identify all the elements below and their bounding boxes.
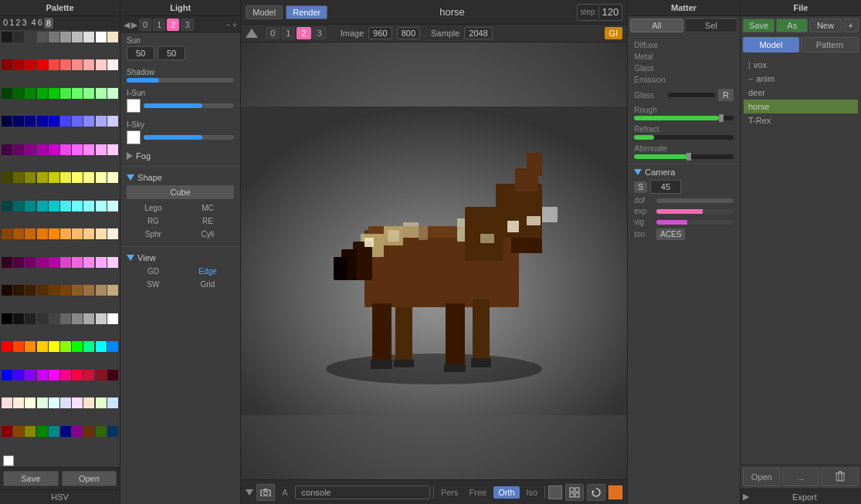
file-item-deer[interactable]: deer (744, 86, 858, 100)
shape-mc[interactable]: MC (181, 202, 235, 214)
color-cell-50[interactable] (2, 172, 12, 183)
color-cell-39[interactable] (107, 116, 118, 127)
color-cell-17[interactable] (83, 59, 94, 70)
color-cell-7[interactable] (83, 32, 94, 42)
color-cell-121[interactable] (13, 370, 24, 381)
file-item-horse[interactable]: horse (744, 100, 858, 113)
color-cell-90[interactable] (2, 285, 12, 296)
color-cell-60[interactable] (2, 201, 12, 211)
color-preview[interactable] (548, 485, 562, 499)
color-cell-28[interactable] (96, 88, 107, 99)
color-cell-47[interactable] (83, 144, 94, 155)
color-cell-124[interactable] (49, 370, 59, 381)
light-frame-3[interactable]: 3 (181, 19, 193, 31)
file-plus-btn[interactable]: + (843, 19, 859, 32)
color-cell-3[interactable] (37, 32, 48, 42)
fog-expand-icon[interactable] (127, 152, 133, 160)
color-cell-31[interactable] (13, 116, 24, 127)
color-cell-20[interactable] (2, 88, 12, 99)
color-cell-143[interactable] (37, 426, 48, 437)
file-as-btn[interactable]: As (776, 19, 808, 32)
color-cell-6[interactable] (72, 32, 83, 42)
color-cell-45[interactable] (60, 144, 71, 155)
color-cell-104[interactable] (49, 313, 59, 324)
orth-btn[interactable]: Orth (493, 486, 519, 499)
color-cell-54[interactable] (49, 172, 59, 183)
color-cell-29[interactable] (107, 88, 118, 99)
view-collapse-icon[interactable] (127, 255, 134, 261)
color-cell-94[interactable] (49, 285, 59, 296)
color-cell-139[interactable] (107, 397, 118, 408)
color-cell-22[interactable] (25, 88, 36, 99)
color-cell-66[interactable] (72, 201, 83, 211)
color-cell-108[interactable] (96, 313, 107, 324)
pers-label[interactable]: Pers (437, 486, 463, 499)
color-cell-92[interactable] (25, 285, 36, 296)
color-cell-13[interactable] (37, 59, 48, 70)
color-cell-80[interactable] (2, 257, 12, 268)
color-cell-75[interactable] (60, 228, 71, 239)
color-cell-36[interactable] (72, 116, 83, 127)
color-cell-78[interactable] (96, 228, 107, 239)
color-cell-111[interactable] (13, 341, 24, 352)
color-cell-71[interactable] (13, 228, 24, 239)
color-cell-87[interactable] (83, 257, 94, 268)
view-sw[interactable]: SW (127, 279, 180, 290)
iso-label[interactable]: Iso (523, 486, 542, 499)
color-cell-14[interactable] (49, 59, 59, 70)
color-cell-64[interactable] (49, 201, 59, 211)
refract-slider[interactable] (634, 135, 734, 140)
color-cell-112[interactable] (25, 341, 36, 352)
light-minus-btn[interactable]: − (225, 20, 230, 29)
export-nav-icon[interactable]: ▶ (743, 492, 749, 502)
color-cell-33[interactable] (37, 116, 48, 127)
color-cell-106[interactable] (72, 313, 83, 324)
shape-collapse-icon[interactable] (127, 174, 134, 181)
color-cell-9[interactable] (107, 32, 118, 42)
light-next-btn[interactable]: ▶ (131, 20, 137, 30)
color-cell-99[interactable] (107, 285, 118, 296)
file-model-tab[interactable]: Model (743, 37, 799, 52)
light-frame-0[interactable]: 0 (139, 19, 151, 31)
isun-color[interactable] (127, 99, 141, 113)
color-cell-103[interactable] (37, 313, 48, 324)
palette-open-button[interactable]: Open (62, 471, 117, 486)
file-item-anim[interactable]: − anim (744, 72, 858, 86)
color-cell-117[interactable] (83, 341, 94, 352)
color-cell-146[interactable] (72, 426, 83, 437)
view-gd[interactable]: GD (127, 266, 180, 277)
color-cell-32[interactable] (25, 116, 36, 127)
color-cell-74[interactable] (49, 228, 59, 239)
color-cell-0[interactable] (2, 32, 12, 42)
light-frame-2[interactable]: 2 (167, 19, 179, 31)
color-cell-61[interactable] (13, 201, 24, 211)
isky-color[interactable] (127, 130, 141, 144)
color-cell-140[interactable] (2, 426, 12, 437)
color-cell-46[interactable] (72, 144, 83, 155)
color-cell-8[interactable] (96, 32, 107, 42)
color-cell-15[interactable] (60, 59, 71, 70)
color-cell-19[interactable] (107, 59, 118, 70)
rough-handle[interactable] (719, 114, 724, 122)
color-cell-76[interactable] (72, 228, 83, 239)
isun-slider[interactable] (144, 103, 234, 108)
color-cell-24[interactable] (49, 88, 59, 99)
file-dots-btn[interactable]: ... (782, 468, 820, 486)
color-cell-107[interactable] (83, 313, 94, 324)
color-cell-73[interactable] (37, 228, 48, 239)
color-cell-37[interactable] (83, 116, 94, 127)
file-pattern-tab[interactable]: Pattern (801, 37, 859, 52)
color-cell-109[interactable] (107, 313, 118, 324)
render-btn[interactable]: Render (286, 5, 327, 19)
frame-btn-0[interactable]: 0 (266, 27, 280, 39)
color-cell-147[interactable] (83, 426, 94, 437)
view-grid[interactable]: Grid (181, 279, 235, 290)
light-prev-btn[interactable]: ◀ (124, 20, 130, 30)
attenuate-slider[interactable] (634, 154, 734, 159)
color-cell-57[interactable] (83, 172, 94, 183)
color-cell-48[interactable] (96, 144, 107, 155)
frame-btn-3[interactable]: 3 (313, 27, 327, 39)
matter-tab-all[interactable]: All (630, 19, 683, 32)
palette-selected-color[interactable] (3, 455, 14, 466)
color-cell-116[interactable] (72, 341, 83, 352)
